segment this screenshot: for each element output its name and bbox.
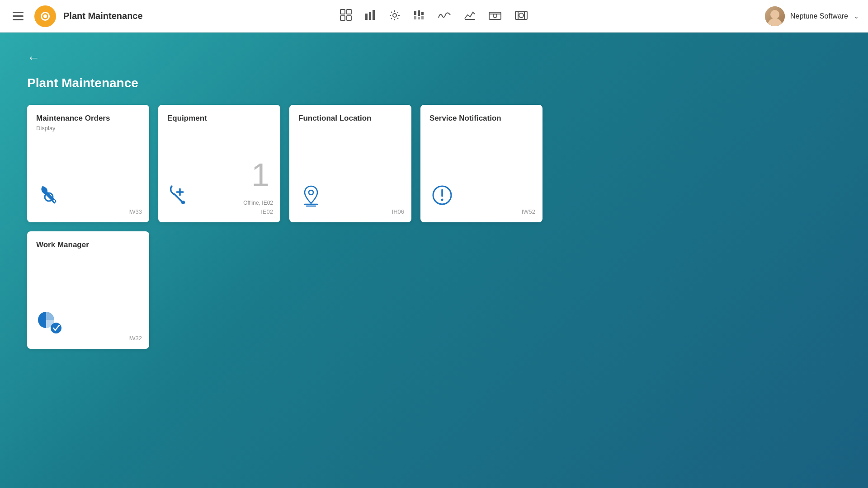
svg-rect-1 xyxy=(347,9,351,14)
back-arrow-icon: ← xyxy=(27,51,40,65)
card-code-service-notification: IW52 xyxy=(522,208,535,215)
pie-check-icon xyxy=(36,309,140,336)
svg-point-33 xyxy=(441,199,443,201)
cards-row2: Work Manager IW32 xyxy=(27,231,552,349)
wave-chart-icon[interactable] xyxy=(438,9,451,23)
svg-rect-9 xyxy=(414,16,416,19)
card-maintenance-orders[interactable]: Maintenance Orders Display IW33 xyxy=(27,105,149,222)
card-title-functional-location: Functional Location xyxy=(298,114,402,123)
header-nav xyxy=(340,9,528,23)
card-title-service-notification: Service Notification xyxy=(429,114,533,123)
svg-point-34 xyxy=(51,323,61,333)
location-pin-icon xyxy=(298,183,402,210)
header: Plant Maintenance xyxy=(0,0,868,33)
header-left: Plant Maintenance xyxy=(9,5,143,27)
card-equipment[interactable]: Equipment 1 Offline, IE02 IE02 xyxy=(158,105,280,222)
cards-row1: Maintenance Orders Display IW33 Equipmen… xyxy=(27,105,552,222)
logo xyxy=(34,5,56,27)
card-title-equipment: Equipment xyxy=(167,114,271,123)
svg-rect-11 xyxy=(418,17,420,19)
card-service-notification[interactable]: Service Notification IW52 xyxy=(420,105,542,222)
svg-rect-2 xyxy=(340,16,345,20)
equipment-offline-label: Offline, IE02 xyxy=(243,200,273,206)
hamburger-button[interactable] xyxy=(9,8,27,24)
card-code-work-manager: IW32 xyxy=(128,335,142,342)
stacked-bar-icon[interactable] xyxy=(413,9,425,23)
svg-point-19 xyxy=(519,13,524,18)
equipment-badge: 1 xyxy=(251,156,269,193)
card-code-equipment: IE02 xyxy=(261,208,273,215)
svg-rect-10 xyxy=(418,10,420,16)
svg-rect-15 xyxy=(489,12,501,19)
svg-point-28 xyxy=(309,190,313,195)
card-code-functional-location: IH06 xyxy=(392,208,404,215)
svg-rect-4 xyxy=(365,14,368,20)
header-right: Neptune Software ⌄ xyxy=(765,6,859,26)
coin-stack-icon[interactable] xyxy=(514,9,528,23)
card-functional-location[interactable]: Functional Location IH06 xyxy=(289,105,411,222)
svg-rect-0 xyxy=(340,9,345,14)
svg-rect-8 xyxy=(414,11,416,15)
page-title: Plant Maintenance xyxy=(27,76,841,90)
svg-rect-3 xyxy=(347,16,351,20)
cash-register-icon[interactable] xyxy=(488,9,502,23)
exclamation-circle-icon xyxy=(429,183,533,210)
card-code-maintenance-orders: IW33 xyxy=(128,208,142,215)
user-name: Neptune Software xyxy=(790,12,848,20)
svg-rect-5 xyxy=(369,12,371,20)
svg-rect-6 xyxy=(373,10,375,20)
svg-rect-18 xyxy=(515,11,527,19)
user-menu-chevron[interactable]: ⌄ xyxy=(854,13,859,20)
svg-rect-12 xyxy=(421,12,424,15)
avatar xyxy=(765,6,785,26)
svg-point-7 xyxy=(393,14,396,17)
svg-rect-13 xyxy=(421,16,424,19)
card-title-maintenance-orders: Maintenance Orders xyxy=(36,114,140,123)
main-content: ← Plant Maintenance Maintenance Orders D… xyxy=(0,33,868,488)
card-work-manager[interactable]: Work Manager IW32 xyxy=(27,231,149,349)
gear-settings-icon[interactable] xyxy=(389,9,401,23)
card-subtitle-maintenance-orders: Display xyxy=(36,125,140,131)
svg-point-16 xyxy=(493,14,497,18)
bar-chart-icon[interactable] xyxy=(364,9,376,23)
line-area-icon[interactable] xyxy=(464,9,476,23)
wrench-search-icon xyxy=(36,183,140,210)
back-button[interactable]: ← xyxy=(27,51,40,65)
dashboard-icon[interactable] xyxy=(340,9,352,23)
header-title: Plant Maintenance xyxy=(63,11,143,21)
svg-point-25 xyxy=(181,201,185,204)
card-title-work-manager: Work Manager xyxy=(36,240,140,249)
